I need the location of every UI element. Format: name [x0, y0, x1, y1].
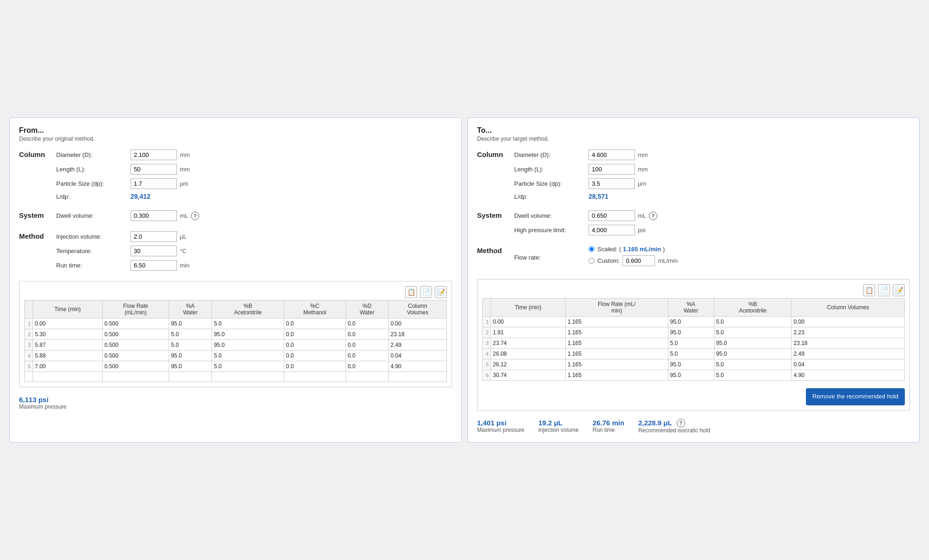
from-particle-row: Particle Size (dp): μm [56, 178, 452, 189]
table-row: 2 5.30 0.500 5.0 95.0 0.0 0.0 23.18 [25, 329, 447, 340]
to-particle-input[interactable] [589, 178, 635, 189]
to-isocratic-help-icon[interactable]: ? [677, 419, 685, 427]
from-runtime-input[interactable] [131, 260, 177, 271]
to-pressure-unit: psi [638, 227, 646, 234]
table-row: 6 30.74 1.165 95.0 5.0 4.90 [483, 370, 905, 381]
from-diameter-label: Diameter (D): [56, 151, 131, 158]
to-col-flow: Flow Rate (mL/min) [565, 299, 668, 317]
to-col-a: %AWater [668, 299, 714, 317]
to-length-row: Length (L): mm [514, 164, 910, 175]
to-scaled-radio-row: Scaled: ( 1.165 mL/min ) [589, 246, 678, 253]
to-system-label: System [477, 210, 514, 239]
row-num: 1 [483, 317, 491, 327]
from-col-empty [25, 300, 33, 319]
to-custom-radio-row: Custom: mL/min [589, 255, 678, 266]
from-length-row: Length (L): mm [56, 164, 452, 175]
from-pressure-label: Maximum pressure [19, 404, 66, 410]
from-subtitle: Describe your original method. [19, 136, 452, 142]
to-panel: To... Describe your target method. Colum… [467, 117, 920, 443]
cell-a: 95.0 [668, 327, 714, 338]
to-ldp-row: L/dp: 28,571 [514, 193, 910, 200]
from-system-fields: Dwell volume: mL ? [56, 210, 452, 225]
to-length-unit: mm [638, 166, 648, 173]
from-dwell-row: Dwell volume: mL ? [56, 210, 452, 221]
to-method-fields: Flow rate: Scaled: ( 1.165 mL/min ) Cust… [514, 246, 910, 273]
from-system-section: System Dwell volume: mL ? [19, 210, 452, 225]
to-custom-unit: mL/min [658, 257, 678, 264]
to-particle-row: Particle Size (dp): μm [514, 178, 910, 189]
to-length-input[interactable] [589, 164, 635, 175]
cell-cv: 0.00 [388, 319, 446, 329]
from-temp-row: Temperature: °C [56, 246, 452, 256]
from-toolbar-btn-2[interactable]: 📄 [420, 286, 432, 298]
to-table-section: 📋 📄 📝 Time (min) Flow Rate (mL/min) %AWa… [477, 279, 910, 410]
from-injection-input[interactable] [131, 231, 177, 242]
from-method-label: Method [19, 231, 56, 274]
cell-cv: 23.18 [792, 338, 905, 349]
from-particle-label: Particle Size (dp): [56, 180, 131, 187]
cell-c: 0.0 [284, 340, 346, 351]
cell-c: 0.0 [284, 361, 346, 372]
cell-time: 30.74 [491, 370, 566, 381]
to-toolbar-btn-2[interactable]: 📄 [878, 284, 890, 296]
row-num: 5 [483, 359, 491, 370]
row-num: 2 [483, 327, 491, 338]
cell-flow: 0.500 [102, 329, 169, 340]
to-custom-flow-input[interactable] [622, 255, 655, 266]
from-toolbar-btn-3[interactable]: 📝 [435, 286, 447, 298]
from-method-section: Method Injection volume: μL Temperature:… [19, 231, 452, 274]
table-row: 2 1.91 1.165 95.0 5.0 2.23 [483, 327, 905, 338]
to-diameter-unit: mm [638, 151, 648, 158]
remove-hold-button[interactable]: Remove the recommended hold [806, 388, 905, 405]
from-temp-input[interactable] [131, 246, 177, 256]
from-length-input[interactable] [131, 164, 177, 175]
from-column-fields: Diameter (D): mm Length (L): mm Particle… [56, 150, 452, 204]
from-dwell-input[interactable] [131, 210, 177, 221]
to-pressure-input[interactable] [589, 225, 635, 235]
from-panel: From... Describe your original method. C… [9, 117, 462, 443]
cell-c: 0.0 [284, 351, 346, 361]
cell-flow: 1.165 [565, 327, 668, 338]
from-dwell-help-icon[interactable]: ? [191, 212, 199, 220]
to-diameter-row: Diameter (D): mm [514, 150, 910, 160]
to-scaled-radio[interactable] [589, 246, 595, 252]
cell-b: 5.0 [714, 359, 792, 370]
to-toolbar-btn-3[interactable]: 📝 [893, 284, 905, 296]
cell-b: 95.0 [212, 340, 284, 351]
from-diameter-row: Diameter (D): mm [56, 150, 452, 160]
from-injection-row: Injection volume: μL [56, 231, 452, 242]
to-custom-radio[interactable] [589, 258, 595, 264]
row-num: 5 [25, 361, 33, 372]
cell-cv: 0.00 [792, 317, 905, 327]
from-toolbar-btn-1[interactable]: 📋 [405, 286, 417, 298]
from-column-section: Column Diameter (D): mm Length (L): mm P… [19, 150, 452, 204]
to-toolbar-btn-1[interactable]: 📋 [863, 284, 875, 296]
cell-b: 5.0 [212, 361, 284, 372]
to-pressure-label: Maximum pressure [477, 427, 524, 433]
from-table-toolbar: 📋 📄 📝 [24, 286, 447, 298]
to-ldp-value: 28,571 [589, 193, 608, 200]
to-table-toolbar: 📋 📄 📝 [482, 284, 905, 296]
to-dwell-input[interactable] [589, 210, 635, 221]
from-runtime-row: Run time: min [56, 260, 452, 271]
to-dwell-unit: mL [638, 212, 646, 219]
from-particle-input[interactable] [131, 178, 177, 189]
to-title: To... [477, 126, 910, 135]
to-method-section: Method Flow rate: Scaled: ( 1.165 mL/min… [477, 246, 910, 273]
table-row: 3 5.87 0.500 5.0 95.0 0.0 0.0 2.49 [25, 340, 447, 351]
to-particle-unit: μm [638, 180, 646, 187]
to-diameter-input[interactable] [589, 150, 635, 160]
from-diameter-input[interactable] [131, 150, 177, 160]
cell-time: 1.91 [491, 327, 566, 338]
cell-flow: 0.500 [102, 361, 169, 372]
to-system-section: System Dwell volume: mL ? High pressure … [477, 210, 910, 239]
from-runtime-label: Run time: [56, 262, 131, 269]
to-flowrate-row: Flow rate: Scaled: ( 1.165 mL/min ) Cust… [514, 246, 910, 269]
cell-d: 0.0 [346, 319, 388, 329]
to-dwell-help-icon[interactable]: ? [649, 212, 657, 220]
from-method-fields: Injection volume: μL Temperature: °C Run… [56, 231, 452, 274]
row-num: 6 [483, 370, 491, 381]
cell-a: 5.0 [668, 338, 714, 349]
cell-cv: 0.04 [792, 359, 905, 370]
to-runtime-label: Run time [593, 427, 624, 433]
